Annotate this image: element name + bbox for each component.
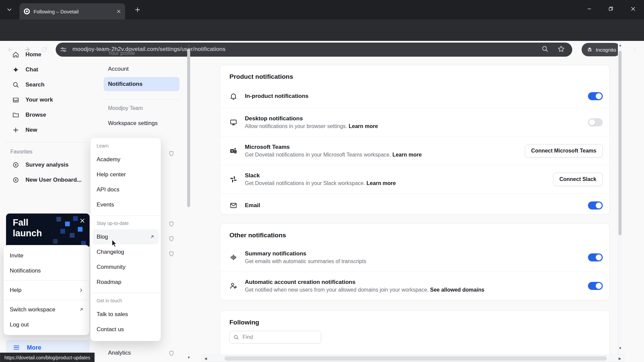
toggle-knob — [596, 254, 602, 260]
menu-item-switch-workspace[interactable]: Switch workspace — [4, 302, 89, 317]
scroll-down-arrow[interactable]: ▼ — [186, 355, 191, 360]
banner-pixel — [60, 229, 65, 234]
scroll-right-arrow[interactable]: ▶ — [616, 355, 623, 362]
row-title: Microsoft Teams — [245, 144, 518, 150]
sidebar-item-browse[interactable]: Browse — [0, 107, 103, 122]
target-circle-icon — [12, 176, 19, 184]
tab-close-button[interactable] — [116, 9, 121, 14]
learn-more-link[interactable]: Learn more — [348, 123, 378, 129]
row-subtitle: Get Dovetail notifications in your Slack… — [245, 180, 365, 186]
minimize-button[interactable] — [579, 0, 600, 17]
window-close-button[interactable] — [622, 0, 644, 17]
favorite-item-new-user-onboarding[interactable]: New User Onboard... — [0, 172, 103, 187]
settings-nav-notifications-label: Notifications — [108, 81, 143, 87]
status-link-preview: https://dovetail.com/blog/product-update… — [0, 353, 95, 362]
chevron-right-icon — [78, 288, 84, 293]
other-notifications-card: Other notifications Summary notification… — [220, 223, 610, 300]
scrollbar-thumb[interactable] — [187, 49, 190, 207]
browser-menu-button[interactable] — [629, 44, 640, 55]
menu-item-notifications[interactable]: Notifications — [4, 263, 89, 278]
sidebar-item-label: Your work — [25, 97, 53, 103]
settings-nav-notifications-selected[interactable]: Notifications — [104, 77, 179, 91]
help-menu-item-blog[interactable]: Blog — [93, 229, 159, 244]
close-icon — [80, 218, 85, 223]
sidebar-item-search[interactable]: Search — [0, 77, 103, 92]
browser-tab[interactable]: Following – Dovetail — [19, 3, 125, 19]
settings-nav-account[interactable]: Account — [108, 66, 128, 72]
help-menu-item-changelog[interactable]: Changelog — [93, 244, 159, 259]
shield-icon — [168, 236, 174, 242]
slack-icon — [229, 175, 237, 183]
folder-icon — [12, 111, 19, 119]
scroll-up-arrow[interactable]: ▲ — [186, 42, 191, 48]
notification-row-email: Email — [220, 193, 609, 217]
account-menu: Invite Notifications Help Switch workspa… — [3, 245, 90, 335]
incognito-badge[interactable]: Incognito — [582, 43, 621, 56]
sidebar-item-new[interactable]: New — [0, 122, 103, 137]
help-menu-item-help-center[interactable]: Help center — [93, 167, 159, 182]
main-scrollbar[interactable]: ▲ ▼ — [618, 41, 623, 362]
plus-icon — [12, 126, 19, 134]
learn-more-link[interactable]: Learn more — [392, 152, 422, 158]
scroll-down-arrow[interactable]: ▼ — [618, 345, 623, 351]
help-menu-item-roadmap[interactable]: Roadmap — [93, 275, 159, 290]
sidebar-item-home[interactable]: Home — [0, 47, 103, 62]
help-menu-item-events[interactable]: Events — [93, 197, 159, 212]
menu-item-invite[interactable]: Invite — [4, 248, 89, 263]
sidebar-item-label: Search — [25, 81, 45, 88]
sidebar-item-chat[interactable]: Chat — [0, 62, 103, 77]
banner-pixel — [53, 239, 58, 244]
help-menu-item-community[interactable]: Community — [93, 259, 159, 275]
horizontal-scrollbar[interactable]: ◀ ▶ — [201, 355, 624, 362]
banner-pixel — [73, 216, 78, 221]
browser-toolbar: moodjoy-team-2h2v.dovetail.com/settings/… — [0, 19, 644, 41]
banner-pixel — [56, 217, 61, 222]
connect-slack-button[interactable]: Connect Slack — [553, 173, 603, 186]
menu-item-help[interactable]: Help — [4, 283, 89, 298]
in-product-notifications-toggle[interactable] — [588, 92, 603, 100]
help-menu-item-api-docs[interactable]: API docs — [93, 182, 159, 197]
scrollbar-thumb[interactable] — [224, 356, 607, 361]
tab-search-button[interactable] — [4, 4, 15, 15]
favorite-item-survey-analysis[interactable]: Survey analysis — [0, 157, 103, 172]
row-title: Slack — [245, 172, 546, 179]
banner-pixel — [70, 233, 74, 238]
menu-item-log-out[interactable]: Log out — [4, 317, 89, 332]
mail-icon — [229, 201, 237, 209]
banner-close-button[interactable] — [80, 218, 85, 223]
browser-window: Following – Dovetail — [0, 0, 644, 362]
zoom-icon[interactable] — [541, 45, 549, 53]
email-notifications-toggle[interactable] — [588, 201, 603, 209]
scrollbar-thumb[interactable] — [619, 51, 622, 235]
see-allowed-domains-link[interactable]: See allowed domains — [430, 287, 484, 293]
external-link-icon — [79, 307, 84, 312]
settings-scrollbar[interactable]: ▲ ▼ — [186, 41, 191, 362]
toggle-knob — [589, 119, 595, 125]
notification-row-slack: Slack Get Dovetail notifications in your… — [220, 165, 609, 193]
scroll-up-arrow[interactable]: ▲ — [618, 42, 623, 48]
auto-account-creation-toggle[interactable] — [588, 282, 603, 290]
bookmark-star-icon[interactable] — [557, 45, 565, 53]
search-icon — [12, 81, 19, 88]
fall-launch-banner[interactable]: Fall launch — [6, 214, 90, 248]
favorite-item-label: New User Onboard... — [25, 177, 82, 183]
settings-nav-workspace-settings[interactable]: Workspace settings — [108, 120, 158, 127]
connect-microsoft-teams-button[interactable]: Connect Microsoft Teams — [525, 144, 603, 158]
product-notifications-card: Product notifications In-product notific… — [220, 65, 610, 215]
settings-nav-analytics[interactable]: Analytics — [108, 350, 131, 356]
tab-title: Following – Dovetail — [34, 9, 113, 14]
new-tab-button[interactable] — [133, 5, 142, 14]
help-menu-item-talk-to-sales[interactable]: Talk to sales — [93, 307, 159, 322]
row-subtitle: Get emails with automatic summaries of t… — [245, 258, 366, 264]
learn-more-link[interactable]: Learn more — [367, 180, 396, 186]
restore-button[interactable] — [600, 0, 621, 17]
sidebar-item-your-work[interactable]: Your work — [0, 92, 103, 107]
scroll-left-arrow[interactable]: ◀ — [202, 355, 209, 362]
help-menu-item-contact-us[interactable]: Contact us — [93, 322, 159, 337]
find-input[interactable] — [229, 331, 321, 344]
desktop-notifications-toggle[interactable] — [588, 118, 603, 126]
summary-notifications-toggle[interactable] — [588, 253, 603, 261]
row-title: In-product notifications — [245, 93, 581, 100]
bell-icon — [229, 92, 237, 100]
help-menu-item-academy[interactable]: Academy — [93, 152, 159, 167]
